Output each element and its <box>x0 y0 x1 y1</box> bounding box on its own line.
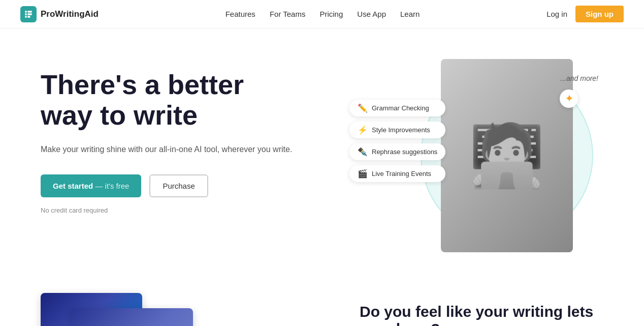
logo-icon <box>20 6 37 22</box>
nav-link-use-app[interactable]: Use App <box>357 10 386 18</box>
person-icon: 🧑‍💻 <box>469 120 545 192</box>
no-credit-card-notice: No credit card required <box>41 206 292 214</box>
nav-link-features[interactable]: Features <box>226 10 255 18</box>
signup-button[interactable]: Sign up <box>575 6 624 22</box>
nav-links: Features For Teams Pricing Use App Learn <box>226 10 420 18</box>
feature-tag-rephrase: ✒️ Rephrase suggestions <box>349 143 445 160</box>
writing-card: 🎨 <box>71 308 193 326</box>
logo-svg <box>23 9 34 19</box>
get-started-button[interactable]: Get started — it's free <box>41 174 141 197</box>
feature-tag-training: 🎬 Live Training Events <box>349 165 445 182</box>
nav-logo[interactable]: ProWritingAid <box>20 6 99 22</box>
nav-link-for-teams[interactable]: For Teams <box>270 10 306 18</box>
style-icon: ⚡ <box>358 125 368 135</box>
hero-cta: Get started — it's free Purchase <box>41 174 292 197</box>
person-graphic: 🧑‍💻 <box>441 59 573 252</box>
section2-text-block: Do you feel like your writing lets you d… <box>360 293 603 326</box>
comparison-images: 🌌 🎨 My idea in my head <box>41 293 234 326</box>
nav-link-pricing[interactable]: Pricing <box>319 10 343 18</box>
more-label: ...and more! <box>560 74 598 82</box>
feature-tag-style: ⚡ Style Improvements <box>349 122 445 138</box>
section2-title: Do you feel like your writing lets you d… <box>360 303 603 326</box>
navbar: ProWritingAid Features For Teams Pricing… <box>0 0 644 28</box>
hero-person-image: 🧑‍💻 <box>441 59 573 252</box>
purchase-button[interactable]: Purchase <box>149 174 208 197</box>
hero-illustration: 🧑‍💻 ...and more! ✦ ✏️ Grammar Checking ⚡… <box>349 59 603 252</box>
feature-tags-list: ✏️ Grammar Checking ⚡ Style Improvements… <box>349 100 445 182</box>
hero-section: There's a better way to write Make your … <box>0 28 644 273</box>
login-link[interactable]: Log in <box>546 10 567 18</box>
hero-subtitle: Make your writing shine with our all-in-… <box>41 143 292 156</box>
nav-actions: Log in Sign up <box>546 6 624 22</box>
plus-badge: ✦ <box>560 90 578 108</box>
section2: 🌌 🎨 My idea in my head Do you feel like … <box>0 273 644 326</box>
section2-images: 🌌 🎨 My idea in my head <box>41 293 254 326</box>
training-icon: 🎬 <box>358 169 368 179</box>
nav-link-learn[interactable]: Learn <box>400 10 420 18</box>
grammar-icon: ✏️ <box>358 103 368 113</box>
hero-left: There's a better way to write Make your … <box>41 59 292 214</box>
feature-tag-grammar: ✏️ Grammar Checking <box>349 100 445 116</box>
hero-title: There's a better way to write <box>41 69 292 131</box>
brand-name: ProWritingAid <box>41 9 99 19</box>
rephrase-icon: ✒️ <box>358 147 368 157</box>
